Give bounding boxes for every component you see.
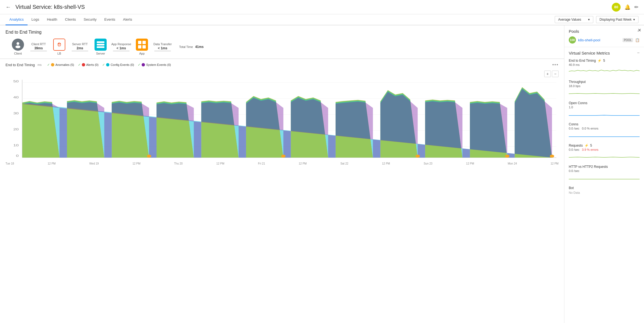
zoom-out-button[interactable]: −: [552, 71, 559, 77]
sparkline-5: [569, 174, 640, 181]
svg-rect-6: [97, 41, 104, 43]
x-label-3: 12 PM: [133, 162, 141, 165]
sparkline-1: [569, 89, 640, 96]
x-label-5: 12 PM: [216, 162, 224, 165]
x-label-1: 12 PM: [48, 162, 56, 165]
timing-row: Client Client RTT 39ms: [6, 39, 559, 55]
right-sidebar: ✕ Pools − 100 k8s-shell-pool POOL 📋 Virt…: [564, 25, 644, 323]
tab-security[interactable]: Security: [80, 14, 101, 25]
time-range-dropdown[interactable]: Displaying Past Week ▾: [596, 16, 639, 23]
chart-container: 50 40 30 20 10 0: [0, 78, 564, 161]
vs-metrics-title: Virtual Service Metrics −: [569, 50, 640, 55]
metric-value-1: 18.0 bps: [569, 84, 640, 88]
metric-requests: Requests ⚡ 5 0.0 /sec 3.9 % errors: [569, 144, 640, 161]
x-label-10: Sun 23: [424, 162, 432, 165]
zoom-in-button[interactable]: +: [544, 71, 551, 77]
tab-clients[interactable]: Clients: [61, 14, 80, 25]
client-label: Client: [14, 52, 22, 55]
app-icon: [136, 39, 148, 51]
svg-rect-11: [138, 45, 141, 49]
sparkline-0: [569, 68, 640, 75]
total-time-label: Total Time: [179, 45, 193, 49]
chart-more-button[interactable]: •••: [552, 62, 559, 67]
back-button[interactable]: ←: [6, 4, 11, 10]
lightning-icon-0: ⚡: [597, 59, 602, 63]
chart-section: End to End Timing ms ✓ Anomalies (5) ✓ A…: [0, 59, 564, 165]
svg-rect-8: [97, 46, 104, 48]
svg-text:30: 30: [13, 111, 18, 115]
pencil-icon[interactable]: ✏: [634, 4, 638, 10]
app-label: App: [139, 52, 145, 55]
pools-section-title: Pools −: [569, 29, 640, 34]
sparkline-4: [569, 152, 640, 160]
x-axis-labels: Tue 18 12 PM Wed 19 12 PM Thu 20 12 PM F…: [0, 161, 564, 165]
nav-tabs: Analytics Logs Health Clients Security E…: [0, 14, 644, 25]
x-label-12: Mon 24: [508, 162, 517, 165]
pool-item: 100 k8s-shell-pool POOL 📋: [569, 36, 640, 44]
metric-value-0: 40.9 ms: [569, 63, 640, 66]
metric-value-5: 0.0 /sec: [569, 169, 640, 173]
x-label-7: 12 PM: [299, 162, 307, 165]
legend-anomalies[interactable]: ✓ Anomalies (5): [47, 63, 74, 67]
svg-point-31: [550, 155, 554, 158]
timing-node-lb: LB: [50, 39, 69, 55]
legend-items: ✓ Anomalies (5) ✓ Alerts (0) ✓ Config Ev…: [47, 63, 171, 67]
metric-value-3: 0.0 /sec 0.0 % errors: [569, 127, 640, 130]
config-dot: [106, 63, 109, 66]
lightning-icon-4: ⚡: [584, 144, 589, 147]
timing-section-title: End to End Timing: [6, 30, 559, 35]
nav-filters: Average Values ▾ Displaying Past Week ▾: [555, 16, 639, 23]
client-icon: [12, 39, 24, 51]
chart-zoom: + −: [0, 69, 564, 78]
x-label-13: 12 PM: [551, 162, 559, 165]
score-badge: 80: [612, 3, 621, 12]
svg-text:10: 10: [13, 143, 18, 147]
tab-logs[interactable]: Logs: [28, 14, 43, 25]
connector-app-response: App Response < 1ms: [110, 42, 132, 51]
pool-score-badge: 100: [569, 36, 576, 44]
svg-rect-9: [138, 41, 141, 44]
sparkline-3: [569, 131, 640, 139]
svg-point-1: [15, 45, 20, 48]
pools-section: Pools − 100 k8s-shell-pool POOL 📋: [564, 25, 644, 47]
total-time-section: Total Time 41ms: [179, 45, 204, 49]
timing-node-app: App: [132, 39, 152, 55]
chart-header: End to End Timing ms ✓ Anomalies (5) ✓ A…: [0, 59, 564, 69]
tab-alerts[interactable]: Alerts: [119, 14, 136, 25]
connector-server-rtt: Server RTT 2ms: [69, 42, 91, 51]
lb-icon: [53, 39, 65, 51]
content-area: End to End Timing Client Client RTT 39: [0, 25, 564, 323]
legend-config-events[interactable]: ✓ Config Events (0): [102, 63, 134, 67]
svg-rect-10: [142, 41, 146, 44]
vs-metrics-minimize-button[interactable]: −: [637, 50, 640, 55]
legend-system-events[interactable]: ✓ System Events (0): [138, 63, 171, 67]
metric-end-to-end-timing: End to End Timing ⚡ 5 40.9 ms: [569, 59, 640, 76]
top-icons: 80 🔔 ✏: [612, 3, 638, 12]
legend-alerts[interactable]: ✓ Alerts (0): [78, 63, 99, 67]
svg-rect-12: [142, 45, 146, 49]
server-icon: [95, 39, 107, 51]
metric-throughput: Throughput 18.0 bps: [569, 80, 640, 97]
bell-icon[interactable]: 🔔: [624, 4, 630, 10]
chart-svg: 50 40 30 20 10 0: [6, 78, 559, 158]
total-time-value: 41ms: [195, 45, 204, 49]
main-layout: End to End Timing Client Client RTT 39: [0, 25, 644, 323]
x-label-8: Sat 22: [340, 162, 348, 165]
svg-point-30: [505, 155, 510, 158]
metric-conns: Conns 0.0 /sec 0.0 % errors: [569, 122, 640, 140]
x-label-11: 12 PM: [466, 162, 474, 165]
x-label-0: Tue 18: [6, 162, 14, 165]
average-values-dropdown[interactable]: Average Values ▾: [555, 16, 593, 23]
tab-analytics[interactable]: Analytics: [6, 14, 28, 25]
tab-events[interactable]: Events: [101, 14, 119, 25]
sparkline-2: [569, 110, 640, 118]
pool-name-link[interactable]: k8s-shell-pool: [578, 38, 620, 42]
pool-type-tag: POOL: [623, 38, 633, 42]
svg-text:20: 20: [13, 127, 18, 131]
metric-value-2: 1.0: [569, 106, 640, 109]
metric-bot: Bot No Data: [569, 186, 640, 194]
sidebar-close-button[interactable]: ✕: [638, 28, 641, 33]
tab-health[interactable]: Health: [43, 14, 61, 25]
svg-text:50: 50: [13, 79, 18, 83]
timing-section: End to End Timing Client Client RTT 39: [0, 25, 564, 59]
